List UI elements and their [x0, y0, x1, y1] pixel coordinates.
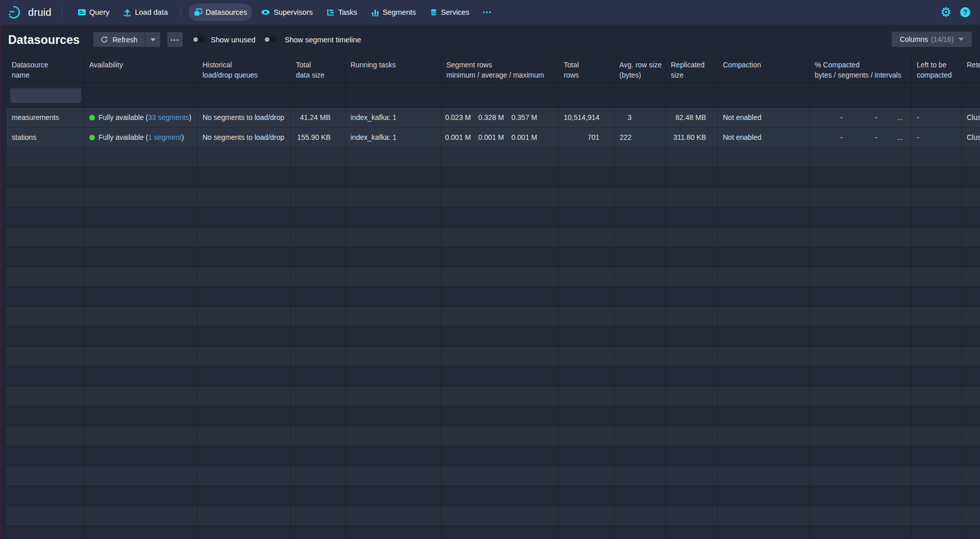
filter-cell	[718, 83, 810, 107]
filter-cell	[291, 83, 345, 107]
column-header[interactable]: Running tasks	[345, 55, 441, 82]
empty-row	[7, 426, 980, 446]
empty-cell	[666, 347, 718, 366]
empty-cell	[614, 426, 666, 446]
empty-cell	[7, 247, 84, 266]
empty-cell	[718, 386, 810, 406]
column-header[interactable]: Datasourcename	[7, 55, 84, 82]
segments-link[interactable]: 1 segment	[148, 133, 181, 141]
column-header[interactable]: Compaction	[718, 55, 810, 82]
nav-more-button[interactable]	[478, 4, 496, 21]
filter-cell	[810, 83, 912, 107]
druid-logo-icon	[8, 5, 24, 20]
cell-segment_rows: 0.001 M0.001 M0.001 M	[441, 128, 559, 147]
druid-logo[interactable]: druid	[8, 5, 52, 20]
empty-cell	[197, 426, 291, 446]
columns-count: (14/16)	[931, 35, 953, 43]
cell-segment_rows: 0.023 M0.328 M0.357 M	[441, 108, 559, 127]
column-header[interactable]: Totalrows	[559, 55, 614, 82]
empty-cell	[197, 526, 291, 539]
empty-cell	[962, 446, 980, 465]
empty-cell	[962, 167, 980, 187]
help-icon[interactable]: ?	[960, 7, 970, 17]
empty-cell	[962, 386, 980, 406]
refresh-button[interactable]: Refresh	[93, 32, 145, 47]
empty-cell	[614, 446, 666, 465]
segments-link[interactable]: 33 segments	[148, 113, 189, 121]
column-header[interactable]: % Compactedbytes / segments / intervals	[810, 55, 912, 82]
empty-cell	[614, 227, 666, 247]
page-header: Datasources Refresh ••• Show unused Show…	[0, 24, 980, 55]
empty-cell	[291, 148, 345, 167]
empty-cell	[962, 267, 980, 286]
empty-cell	[84, 187, 197, 207]
datasource-row[interactable]: measurementsFully available (33 segments…	[7, 108, 980, 128]
column-header[interactable]: Historicalload/drop queues	[197, 55, 291, 82]
empty-cell	[84, 446, 197, 465]
cell-name: stations	[7, 128, 84, 147]
empty-cell	[962, 526, 980, 539]
empty-cell	[718, 347, 810, 366]
empty-cell	[810, 187, 912, 207]
column-header[interactable]: Left to becompacted	[912, 55, 962, 82]
datasources-table: DatasourcenameAvailabilityHistoricalload…	[0, 55, 980, 539]
more-icon	[482, 8, 492, 16]
column-header[interactable]: Availability	[84, 55, 197, 82]
nav-item-services[interactable]: Services	[424, 4, 474, 21]
nav-item-datasources[interactable]: Datasources	[189, 4, 252, 21]
empty-cell	[666, 307, 718, 326]
empty-cell	[810, 327, 912, 346]
empty-cell	[614, 327, 666, 346]
empty-cell	[441, 227, 559, 247]
column-header[interactable]: Segment rowsminimum / average / maximum	[441, 55, 559, 82]
columns-button[interactable]: Columns (14/16)	[892, 32, 972, 47]
empty-cell	[345, 287, 441, 306]
empty-row	[7, 187, 980, 207]
empty-cell	[718, 466, 810, 485]
datasource-row[interactable]: stationsFully available (1 segment)No se…	[7, 128, 980, 148]
empty-cell	[718, 207, 810, 227]
show-segment-timeline-toggle[interactable]	[264, 36, 277, 43]
refresh-dropdown-button[interactable]	[145, 32, 160, 47]
nav-item-supervisors[interactable]: Supervisors	[256, 4, 318, 21]
more-actions-button[interactable]: •••	[167, 32, 183, 47]
empty-cell	[810, 287, 912, 306]
empty-cell	[666, 426, 718, 446]
cell-running_tasks: index_kafka: 1	[345, 128, 441, 147]
column-header[interactable]: Avg. row size(bytes)	[614, 55, 666, 82]
empty-cell	[197, 466, 291, 485]
empty-cell	[614, 247, 666, 266]
show-unused-label: Show unused	[211, 36, 256, 44]
availability-dot	[89, 135, 95, 140]
toggle-knob	[265, 37, 269, 42]
empty-cell	[810, 486, 912, 505]
empty-cell	[666, 148, 718, 167]
nav-item-query[interactable]: Query	[72, 4, 115, 21]
datasource-filter-input[interactable]	[10, 88, 81, 103]
empty-row	[7, 267, 980, 287]
toggle-knob	[193, 37, 198, 42]
empty-cell	[912, 426, 962, 446]
empty-cell	[291, 287, 345, 306]
empty-cell	[718, 406, 810, 426]
empty-cell	[614, 307, 666, 326]
nav-item-load-data[interactable]: Load data	[118, 4, 173, 21]
nav-item-tasks[interactable]: Tasks	[321, 4, 362, 21]
empty-cell	[345, 307, 441, 326]
empty-cell	[666, 327, 718, 346]
gear-icon[interactable]: ⚙	[940, 6, 951, 18]
empty-row	[7, 167, 980, 187]
show-segment-timeline-label: Show segment timeline	[285, 36, 361, 44]
empty-cell	[441, 526, 559, 539]
show-unused-toggle[interactable]	[192, 36, 205, 43]
empty-cell	[962, 207, 980, 227]
column-header[interactable]: Retention	[962, 55, 980, 82]
empty-cell	[291, 327, 345, 346]
empty-cell	[559, 167, 614, 187]
nav-item-label: Tasks	[338, 8, 357, 16]
empty-cell	[912, 267, 962, 286]
column-header[interactable]: Replicatedsize	[666, 55, 718, 82]
nav-item-segments[interactable]: Segments	[366, 4, 421, 21]
cell-replicated_size: 311.80 KB	[666, 128, 718, 147]
column-header[interactable]: Totaldata size	[291, 55, 345, 82]
